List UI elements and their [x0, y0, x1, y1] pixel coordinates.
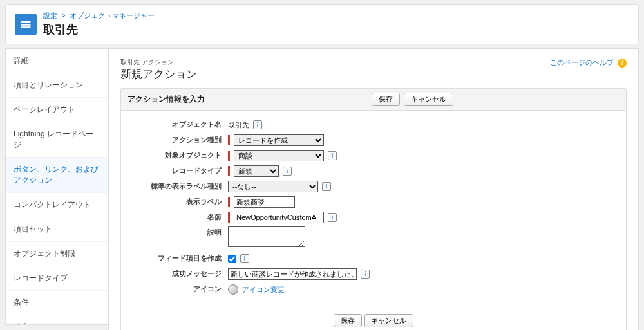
- save-button-top[interactable]: 保存: [372, 93, 400, 106]
- bottom-buttons: 保存 キャンセル: [121, 307, 626, 330]
- required-marker: [228, 197, 230, 207]
- info-icon[interactable]: i: [328, 213, 337, 222]
- cancel-button-bottom[interactable]: キャンセル: [364, 314, 413, 327]
- input-name[interactable]: [234, 212, 324, 223]
- label-name: 名前: [131, 213, 228, 222]
- form-body: オブジェクト名 取引先 i アクション種別 レコードを作成 対象オブジェクト: [121, 111, 626, 307]
- page-header: 設定 > オブジェクトマネージャー 取引先: [5, 4, 639, 44]
- breadcrumb-setup[interactable]: 設定: [43, 12, 57, 19]
- globe-icon: [228, 284, 238, 295]
- help-link-wrap: このページのヘルプ ?: [550, 58, 627, 68]
- info-icon[interactable]: i: [253, 120, 262, 129]
- info-icon[interactable]: i: [328, 151, 337, 160]
- select-record-type[interactable]: 新規: [234, 165, 279, 177]
- sidebar-item-3[interactable]: Lightning レコードページ: [6, 122, 108, 158]
- help-link[interactable]: このページのヘルプ: [550, 59, 614, 66]
- page-title: 取引先: [43, 22, 155, 37]
- main-panel: 取引先 アクション 新規アクション このページのヘルプ ? アクション情報を入力…: [108, 48, 639, 330]
- action-title: 新規アクション: [120, 67, 627, 82]
- label-std-label-type: 標準の表示ラベル種別: [131, 182, 228, 191]
- sidebar-item-4[interactable]: ボタン、リンク、およびアクション: [6, 158, 108, 193]
- label-display-label: 表示ラベル: [131, 197, 228, 206]
- panel-title: アクション情報を入力: [128, 94, 205, 105]
- sidebar: 詳細項目とリレーションページレイアウトLightning レコードページボタン、…: [5, 48, 108, 325]
- sidebar-item-0[interactable]: 詳細: [6, 49, 108, 73]
- textarea-description[interactable]: [228, 226, 305, 247]
- panel-header: アクション情報を入力 保存 キャンセル: [121, 89, 626, 111]
- select-std-label-type[interactable]: --なし--: [228, 181, 318, 192]
- label-action-type: アクション種別: [131, 136, 228, 145]
- select-target-object[interactable]: 商談: [234, 150, 324, 161]
- input-display-label[interactable]: [234, 196, 295, 208]
- value-object-name: 取引先: [228, 120, 249, 130]
- required-marker: [228, 151, 230, 161]
- label-success-msg: 成功メッセージ: [131, 270, 228, 279]
- required-marker: [228, 212, 230, 223]
- input-success-msg[interactable]: [228, 268, 357, 280]
- required-marker: [228, 166, 230, 176]
- select-action-type[interactable]: レコードを作成: [234, 134, 324, 146]
- sidebar-item-2[interactable]: ページレイアウト: [6, 98, 108, 122]
- info-icon[interactable]: i: [283, 167, 292, 176]
- sidebar-item-5[interactable]: コンパクトレイアウト: [6, 193, 108, 217]
- cancel-button-top[interactable]: キャンセル: [404, 93, 453, 106]
- form-panel: アクション情報を入力 保存 キャンセル オブジェクト名 取引先 i アクション種…: [120, 88, 627, 330]
- info-icon[interactable]: i: [361, 270, 370, 279]
- info-icon[interactable]: i: [240, 254, 249, 263]
- sidebar-item-1[interactable]: 項目とリレーション: [6, 73, 108, 98]
- label-record-type: レコードタイプ: [131, 167, 228, 176]
- checkbox-create-feed[interactable]: [228, 255, 236, 263]
- sidebar-item-7[interactable]: オブジェクト制限: [6, 242, 108, 266]
- label-object-name: オブジェクト名: [131, 120, 228, 129]
- breadcrumb: 設定 > オブジェクトマネージャー: [43, 11, 155, 21]
- sidebar-item-10[interactable]: 検索レイアウト: [6, 315, 108, 325]
- required-marker: [228, 135, 230, 145]
- label-target-object: 対象オブジェクト: [131, 151, 228, 160]
- sidebar-item-8[interactable]: レコードタイプ: [6, 266, 108, 291]
- object-icon: [15, 14, 37, 35]
- sidebar-item-9[interactable]: 条件: [6, 291, 108, 315]
- sidebar-item-6[interactable]: 項目セット: [6, 217, 108, 242]
- label-icon: アイコン: [131, 285, 228, 294]
- info-icon[interactable]: i: [322, 182, 331, 191]
- save-button-bottom[interactable]: 保存: [334, 314, 362, 327]
- label-create-feed: フィード項目を作成: [131, 254, 228, 263]
- help-icon[interactable]: ?: [618, 59, 627, 68]
- change-icon-link[interactable]: アイコン変更: [242, 285, 285, 295]
- breadcrumb-objmgr[interactable]: オブジェクトマネージャー: [70, 12, 155, 19]
- label-description: 説明: [131, 226, 228, 237]
